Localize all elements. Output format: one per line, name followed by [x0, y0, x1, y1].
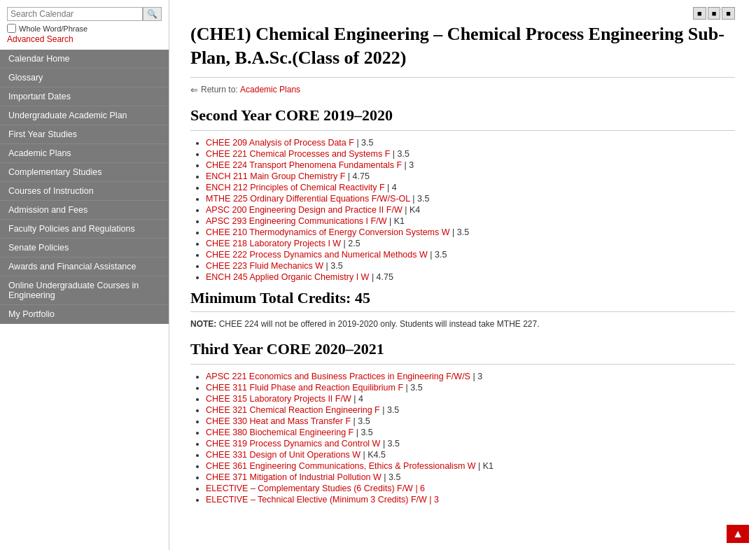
icon-btn-1[interactable]: ■: [693, 7, 706, 20]
return-to-label: Return to:: [201, 85, 238, 94]
course-link-1-9[interactable]: CHEE 371 Mitigation of Industrial Pollut…: [206, 472, 382, 482]
nav-list: Calendar HomeGlossaryImportant DatesUnde…: [0, 50, 169, 324]
search-button[interactable]: 🔍: [143, 7, 162, 21]
course-link-0-8[interactable]: CHEE 210 Thermodynamics of Energy Conver…: [206, 227, 450, 237]
sidebar-item-my-portfolio[interactable]: My Portfolio: [0, 305, 169, 324]
course-credit: | 4.75: [369, 272, 393, 282]
course-link-0-7[interactable]: APSC 293 Engineering Communications I F/…: [206, 216, 386, 226]
course-link-0-5[interactable]: MTHE 225 Ordinary Differential Equations…: [206, 194, 410, 204]
course-list-1: APSC 221 Economics and Business Practice…: [190, 372, 735, 505]
course-credit: | 3.5: [323, 261, 343, 271]
search-bar: 🔍: [7, 7, 162, 21]
icon-btn-2[interactable]: ■: [708, 7, 721, 20]
course-credit: | 3.5: [390, 149, 410, 159]
list-item: MTHE 225 Ordinary Differential Equations…: [206, 194, 735, 204]
sidebar-item-online-undergrad[interactable]: Online Undergraduate Courses in Engineer…: [0, 276, 169, 305]
course-link-0-10[interactable]: CHEE 222 Process Dynamics and Numerical …: [206, 250, 428, 260]
course-credit: | 2.5: [341, 239, 360, 248]
course-credit: | 3: [402, 160, 414, 170]
sidebar-item-faculty-policies[interactable]: Faculty Policies and Regulations: [0, 220, 169, 239]
sidebar-item-senate-policies[interactable]: Senate Policies: [0, 239, 169, 258]
list-item: APSC 200 Engineering Design and Practice…: [206, 205, 735, 215]
course-link-1-8[interactable]: CHEE 361 Engineering Communications, Eth…: [206, 461, 476, 471]
course-link-1-1[interactable]: CHEE 311 Fluid Phase and Reaction Equili…: [206, 383, 403, 393]
whole-word-label: Whole Word/Phrase: [19, 24, 88, 33]
course-credit: | 3.5: [354, 138, 374, 148]
list-item: CHEE 315 Laboratory Projects II F/W | 4: [206, 394, 735, 404]
section-note-0: NOTE: CHEE 224 will not be offered in 20…: [190, 319, 735, 329]
list-item: ENCH 211 Main Group Chemistry F | 4.75: [206, 171, 735, 181]
course-credit: | 4: [385, 183, 397, 192]
course-credit: | 3.5: [450, 227, 470, 237]
sidebar-item-glossary[interactable]: Glossary: [0, 69, 169, 87]
list-item: CHEE 331 Design of Unit Operations W | K…: [206, 450, 735, 460]
page-title: (CHE1) Chemical Engineering – Chemical P…: [190, 22, 735, 70]
course-link-1-4[interactable]: CHEE 330 Heat and Mass Transfer F: [206, 416, 351, 426]
course-credit: | 3: [470, 372, 482, 381]
course-credit: | K4.5: [360, 450, 386, 460]
course-credit: | 3.5: [380, 405, 400, 415]
course-credit: | 3.5: [403, 383, 423, 393]
course-credit: | 3.5: [380, 439, 400, 449]
course-link-0-4[interactable]: ENCH 212 Principles of Chemical Reactivi…: [206, 183, 385, 192]
course-credit: | 3.5: [382, 472, 401, 482]
course-credit: | K4: [402, 205, 420, 215]
course-link-0-11[interactable]: CHEE 223 Fluid Mechanics W: [206, 261, 323, 271]
list-item: CHEE 330 Heat and Mass Transfer F | 3.5: [206, 416, 735, 426]
sidebar-item-calendar-home[interactable]: Calendar Home: [0, 50, 169, 69]
list-item: ELECTIVE – Complementary Studies (6 Cred…: [206, 484, 735, 493]
sidebar-item-important-dates[interactable]: Important Dates: [0, 87, 169, 106]
course-link-0-2[interactable]: CHEE 224 Transport Phenomena Fundamental…: [206, 160, 402, 170]
course-link-0-12[interactable]: ENCH 245 Applied Organic Chemistry I W: [206, 272, 369, 282]
course-link-1-2[interactable]: CHEE 315 Laboratory Projects II F/W: [206, 394, 351, 404]
course-link-1-0[interactable]: APSC 221 Economics and Business Practice…: [206, 372, 470, 381]
list-item: CHEE 210 Thermodynamics of Energy Conver…: [206, 227, 735, 237]
search-input[interactable]: [7, 7, 143, 21]
sidebar-item-first-year-studies[interactable]: First Year Studies: [0, 125, 169, 144]
course-list-0: CHEE 209 Analysis of Process Data F | 3.…: [190, 138, 735, 282]
course-link-1-3[interactable]: CHEE 321 Chemical Reaction Engineering F: [206, 405, 380, 415]
return-arrow: ⇐: [190, 85, 198, 95]
sections-container: Second Year CORE 2019–2020CHEE 209 Analy…: [190, 106, 735, 505]
section-title-1: Third Year CORE 2020–2021: [190, 340, 735, 358]
list-item: CHEE 223 Fluid Mechanics W | 3.5: [206, 261, 735, 271]
sidebar-item-academic-plans[interactable]: Academic Plans: [0, 144, 169, 163]
list-item: CHEE 321 Chemical Reaction Engineering F…: [206, 405, 735, 415]
return-to-link[interactable]: Academic Plans: [240, 85, 300, 94]
whole-word-row: Whole Word/Phrase: [7, 24, 162, 33]
sidebar-item-awards-financial[interactable]: Awards and Financial Assistance: [0, 258, 169, 276]
course-link-1-5[interactable]: CHEE 380 Biochemical Engineering F: [206, 428, 354, 437]
course-link-1-10[interactable]: ELECTIVE – Complementary Studies (6 Cred…: [206, 484, 425, 493]
course-credit: | 3.5: [354, 428, 373, 437]
course-link-0-1[interactable]: CHEE 221 Chemical Processes and Systems …: [206, 149, 390, 159]
sidebar-item-courses-of-instruction[interactable]: Courses of Instruction: [0, 182, 169, 201]
course-credit: | K1: [386, 216, 404, 226]
list-item: CHEE 311 Fluid Phase and Reaction Equili…: [206, 383, 735, 393]
back-to-top-button[interactable]: ▲: [727, 525, 749, 543]
top-icons: ■ ■ ■: [190, 7, 735, 20]
sidebar-item-admission-and-fees[interactable]: Admission and Fees: [0, 201, 169, 220]
course-credit: | 3.5: [351, 416, 370, 426]
sidebar-item-complementary-studies[interactable]: Complementary Studies: [0, 163, 169, 182]
course-link-0-6[interactable]: APSC 200 Engineering Design and Practice…: [206, 205, 402, 215]
course-link-1-11[interactable]: ELECTIVE – Technical Elective (Minimum 3…: [206, 495, 439, 505]
whole-word-checkbox[interactable]: [7, 24, 16, 33]
advanced-search-link[interactable]: Advanced Search: [7, 34, 162, 44]
list-item: ELECTIVE – Technical Elective (Minimum 3…: [206, 495, 735, 505]
course-link-0-3[interactable]: ENCH 211 Main Group Chemistry F: [206, 171, 345, 181]
course-credit: | 4.75: [345, 171, 370, 181]
course-credit: | 3.5: [410, 194, 430, 204]
return-to: ⇐ Return to: Academic Plans: [190, 85, 735, 95]
list-item: CHEE 209 Analysis of Process Data F | 3.…: [206, 138, 735, 148]
course-credit: | K1: [476, 461, 493, 471]
course-link-1-7[interactable]: CHEE 331 Design of Unit Operations W: [206, 450, 360, 460]
course-link-0-9[interactable]: CHEE 218 Laboratory Projects I W: [206, 239, 341, 248]
list-item: CHEE 380 Biochemical Engineering F | 3.5: [206, 428, 735, 437]
list-item: APSC 221 Economics and Business Practice…: [206, 372, 735, 381]
course-link-1-6[interactable]: CHEE 319 Process Dynamics and Control W: [206, 439, 380, 449]
list-item: APSC 293 Engineering Communications I F/…: [206, 216, 735, 226]
sidebar-item-undergraduate-academic-plan[interactable]: Undergraduate Academic Plan: [0, 106, 169, 125]
icon-btn-3[interactable]: ■: [722, 7, 735, 20]
course-credit: | 3.5: [428, 250, 447, 260]
course-link-0-0[interactable]: CHEE 209 Analysis of Process Data F: [206, 138, 354, 148]
